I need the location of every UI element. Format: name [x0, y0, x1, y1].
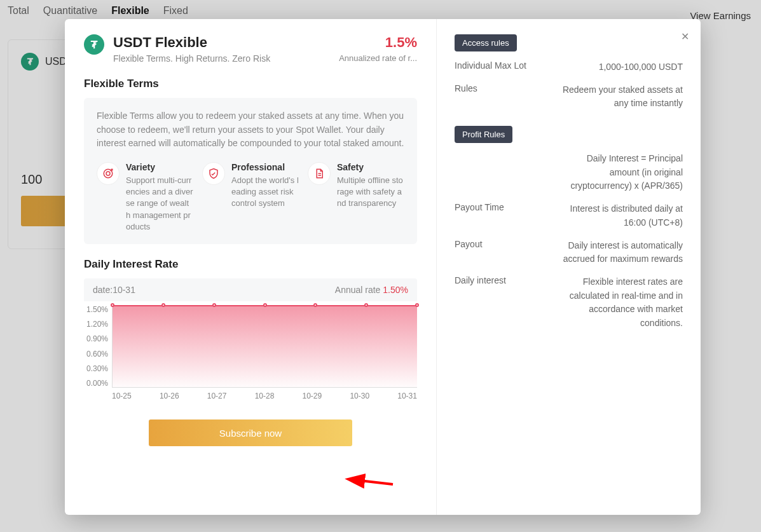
target-icon	[97, 162, 120, 185]
feature-title: Professional	[231, 162, 299, 172]
rule-row: Individual Max Lot 1,000-100,000 USDT	[455, 60, 683, 74]
feature-safety: Safety Multiple offline storage with saf…	[308, 162, 404, 233]
rule-value: Daily Interest = Principal amount (in or…	[556, 152, 683, 193]
rule-label: Individual Max Lot	[455, 60, 544, 74]
document-icon	[308, 162, 331, 185]
feature-desc: Multiple offline storage with safety and…	[337, 175, 404, 210]
rule-label	[455, 152, 544, 193]
feature-title: Safety	[337, 162, 404, 172]
svg-point-1	[106, 172, 110, 175]
section-heading-terms: Flexible Terms	[84, 78, 417, 90]
access-rules-badge: Access rules	[455, 34, 517, 51]
interest-chart: date:10-31 Annual rate 1.50% 1.50% 1.20%…	[84, 278, 417, 400]
rule-row: Daily Interest = Principal amount (in or…	[455, 152, 683, 193]
feature-professional: Professional Adopt the world's leading a…	[202, 162, 299, 233]
chart-tooltip-date: date:10-31	[93, 285, 135, 295]
rule-row: Payout Daily interest is automatically a…	[455, 239, 683, 266]
feature-variety: Variety Support multi-currencies and a d…	[97, 162, 193, 233]
rule-row: Rules Redeem your staked assets at any t…	[455, 83, 683, 111]
shield-icon	[202, 162, 225, 185]
rule-value: Flexible interest rates are calculated i…	[556, 275, 683, 331]
section-heading-chart: Daily Interest Rate	[84, 258, 417, 271]
terms-description: Flexible Terms allow you to redeem your …	[97, 109, 404, 151]
rule-value: Daily interest is automatically accrued …	[556, 239, 683, 266]
terms-box: Flexible Terms allow you to redeem your …	[84, 98, 417, 244]
annual-rate-value: 1.5%	[339, 34, 417, 51]
rule-value: Interest is distributed daily at 16:00 (…	[556, 202, 683, 229]
rule-label: Payout Time	[455, 202, 544, 229]
rule-row: Payout Time Interest is distributed dail…	[455, 202, 683, 229]
rule-value: Redeem your staked assets at any time in…	[556, 83, 683, 111]
feature-title: Variety	[126, 162, 193, 172]
product-modal: ₮ USDT Flexible Flexible Terms. High Ret…	[65, 19, 701, 515]
rule-value: 1,000-100,000 USDT	[556, 60, 683, 74]
modal-subtitle: Flexible Terms. High Returns. Zero Risk	[113, 53, 270, 64]
profit-rules-badge: Profit Rules	[455, 126, 512, 143]
chart-x-axis: 10-25 10-26 10-27 10-28 10-29 10-30 10-3…	[112, 392, 417, 400]
subscribe-button[interactable]: Subscribe now	[149, 419, 352, 446]
close-icon[interactable]: ✕	[681, 31, 689, 43]
annual-rate-label: Annualized rate of r...	[339, 53, 417, 63]
tether-logo-icon: ₮	[84, 34, 104, 55]
chart-y-axis: 1.50% 1.20% 0.90% 0.60% 0.30% 0.00%	[84, 305, 112, 388]
rule-label: Daily interest	[455, 275, 544, 331]
chart-plot-area[interactable]	[112, 305, 417, 388]
feature-desc: Adopt the world's leading asset risk con…	[231, 175, 299, 210]
feature-desc: Support multi-currencies and a diverse r…	[126, 175, 193, 233]
rule-label: Rules	[455, 83, 544, 111]
chart-tooltip-rate: Annual rate 1.50%	[335, 285, 408, 295]
rule-label: Payout	[455, 239, 544, 266]
rule-row: Daily interest Flexible interest rates a…	[455, 275, 683, 331]
modal-title: USDT Flexible	[113, 34, 270, 51]
